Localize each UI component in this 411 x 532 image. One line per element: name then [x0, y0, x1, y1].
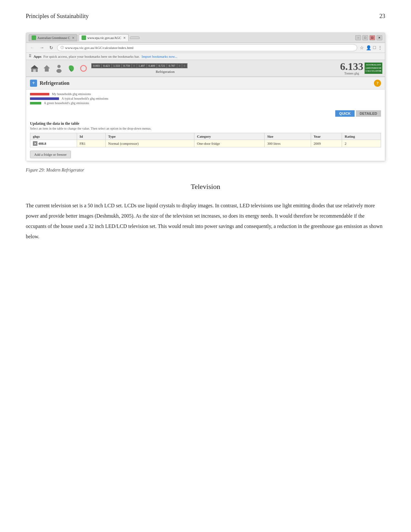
- browser-actions: ☆ 👤 □ ⋮: [360, 45, 382, 51]
- col-header-category: Category: [194, 133, 264, 140]
- legend-item-typical: A typical household's ghg emissions: [30, 97, 381, 100]
- legend-item-my: My households ghg emissions: [30, 92, 381, 96]
- svg-point-5: [56, 69, 62, 73]
- legend-bar-my: [30, 93, 49, 95]
- col-header-id: Id: [77, 133, 105, 140]
- ghg-toolbar: 0.003 0.423 1.533 0.759 0 1.497 0.409 0.…: [26, 60, 385, 77]
- legend-label-typical: A typical household's ghg emissions: [62, 97, 108, 100]
- home-section-btn[interactable]: [29, 63, 40, 74]
- nav-val-9: 0: [177, 64, 182, 68]
- section-help-button[interactable]: ?: [374, 80, 381, 87]
- ghg-score-value: 6.133: [340, 61, 363, 72]
- detailed-tab[interactable]: DETAILED: [356, 110, 381, 117]
- table-subheading: Select an item in the table to change th…: [30, 127, 381, 130]
- bookmark-icon[interactable]: ☆: [360, 45, 364, 51]
- nav-val-0: 0.003: [92, 64, 102, 68]
- television-heading: Television: [26, 182, 385, 191]
- close-window-button[interactable]: ✕: [377, 35, 382, 40]
- section-title-text: Refrigeration: [40, 80, 69, 86]
- settings-icon[interactable]: ⋮: [378, 45, 382, 51]
- section-plus-button[interactable]: +: [30, 80, 37, 87]
- tab2-close[interactable]: ✕: [123, 36, 126, 40]
- svg-rect-2: [33, 69, 36, 72]
- table-row[interactable]: ✕ 408.8 FR1 Normal (compressor) One-door…: [30, 140, 381, 147]
- address-text: www.epa.vic.gov.au/AGC/calculator/index.…: [65, 46, 133, 50]
- extension-icon[interactable]: □: [373, 45, 376, 50]
- person-section-btn[interactable]: [53, 63, 65, 74]
- body-paragraph: The current television set is a 50 inch …: [26, 201, 385, 242]
- nav-val-6: 0.409: [147, 64, 157, 68]
- profile-icon[interactable]: 👤: [366, 45, 371, 51]
- col-header-size: Size: [264, 133, 311, 140]
- add-fridge-button[interactable]: Add a fridge or freezer: [30, 151, 71, 158]
- cell-rating[interactable]: 2: [342, 140, 381, 147]
- browser-tab-1[interactable]: Australian Greenhouse C ✕: [29, 34, 77, 41]
- cell-type[interactable]: Normal (compressor): [105, 140, 194, 147]
- address-protocol: ⓘ: [61, 45, 64, 50]
- ghg-nav-values: 0.003 0.423 1.533 0.759 0 1.497 0.409 0.…: [91, 63, 188, 68]
- legend-item-green: A green household's ghg emissions: [30, 101, 381, 105]
- legend-bar-typical: [30, 97, 59, 100]
- table-heading: Updating the data in the table: [30, 121, 381, 126]
- browser-addressbar: ← → ↻ ⓘ www.epa.vic.gov.au/AGC/calculato…: [26, 43, 385, 53]
- back-button[interactable]: ←: [29, 44, 36, 51]
- cell-year[interactable]: 2009: [311, 140, 342, 147]
- nav-val-4: 0: [132, 64, 137, 68]
- mode-tabs: QUICK DETAILED: [26, 108, 385, 119]
- apps-label[interactable]: Apps: [34, 54, 41, 58]
- cell-category[interactable]: One-door fridge: [194, 140, 264, 147]
- browser-titlebar: Australian Greenhouse C ✕ www.epa.vic.go…: [26, 33, 385, 43]
- forward-button[interactable]: →: [38, 44, 45, 51]
- leaf-section-btn[interactable]: [65, 63, 77, 74]
- bookmarks-bar: ⠿ Apps For quick access, place your book…: [26, 53, 385, 60]
- col-header-year: Year: [311, 133, 342, 140]
- app-content: 0.003 0.423 1.533 0.759 0 1.497 0.409 0.…: [26, 60, 385, 161]
- tab1-close[interactable]: ✕: [72, 36, 74, 40]
- svg-point-7: [81, 65, 86, 71]
- apps-grid-icon: ⠿: [29, 54, 32, 59]
- figure-caption: Figure 29: Modern Refrigerator: [26, 168, 385, 173]
- cell-id[interactable]: FR1: [77, 140, 105, 147]
- page-number: 23: [379, 13, 385, 20]
- col-header-ghgs: ghgs: [30, 133, 77, 140]
- page-header: Principles of Sustainability 23: [26, 13, 385, 20]
- page-title: Principles of Sustainability: [26, 13, 89, 20]
- row-delete-button[interactable]: ✕: [33, 141, 37, 146]
- ghg-logo-line2: GREENHOUSE: [366, 67, 381, 70]
- new-tab-button[interactable]: [130, 36, 140, 39]
- tab2-favicon: [82, 35, 86, 40]
- nav-val-1: 0.423: [102, 64, 112, 68]
- ghg-logo-line3: CALCULATOR: [366, 70, 381, 73]
- address-bar[interactable]: ⓘ www.epa.vic.gov.au/AGC/calculator/inde…: [57, 44, 357, 51]
- ghg-score-area: 6.133 Tonnes ghg AUSTRALIAN GREENHOUSE C…: [340, 61, 382, 75]
- section-header: + Refrigeration ?: [26, 77, 385, 90]
- window-controls: − □ ⊡ ✕: [355, 35, 382, 40]
- nav-val-10: 0: [182, 64, 187, 68]
- active-section-label: Refrigeration: [156, 70, 175, 74]
- browser-tab-2[interactable]: www.epa.vic.gov.au/AGC ✕: [79, 34, 129, 41]
- col-header-type: Type: [105, 133, 194, 140]
- nav-val-2: 1.533: [112, 64, 122, 68]
- nav-val-8: 0.787: [167, 64, 177, 68]
- nav-val-5: 1.497: [137, 64, 147, 68]
- legend-bar-green: [30, 102, 41, 104]
- restore-button[interactable]: □: [362, 35, 368, 40]
- svg-marker-1: [31, 65, 38, 68]
- bookmarks-hint-text: For quick access, place your bookmarks h…: [43, 54, 140, 58]
- minimize-button[interactable]: −: [355, 35, 361, 40]
- quick-tab[interactable]: QUICK: [335, 110, 354, 117]
- nav-val-3: 0.759: [122, 64, 132, 68]
- nav-val-7: 0.721: [157, 64, 167, 68]
- cell-ghgs-value: 408.8: [38, 142, 46, 145]
- refrigeration-table: ghgs Id Type Category Size Year Rating ✕…: [30, 133, 381, 147]
- import-bookmarks-link[interactable]: Import bookmarks now...: [142, 54, 177, 58]
- legend-area: My households ghg emissions A typical ho…: [26, 90, 385, 108]
- cell-ghgs: ✕ 408.8: [30, 140, 77, 147]
- maximize-button[interactable]: ⊡: [369, 35, 375, 40]
- cell-size[interactable]: 300 litres: [264, 140, 311, 147]
- circle-section-btn[interactable]: [78, 63, 89, 74]
- tab1-label: Australian Greenhouse C: [37, 36, 70, 40]
- refresh-button[interactable]: ↻: [48, 44, 54, 51]
- transport-section-btn[interactable]: [41, 63, 53, 74]
- table-section: Updating the data in the table Select an…: [26, 119, 385, 161]
